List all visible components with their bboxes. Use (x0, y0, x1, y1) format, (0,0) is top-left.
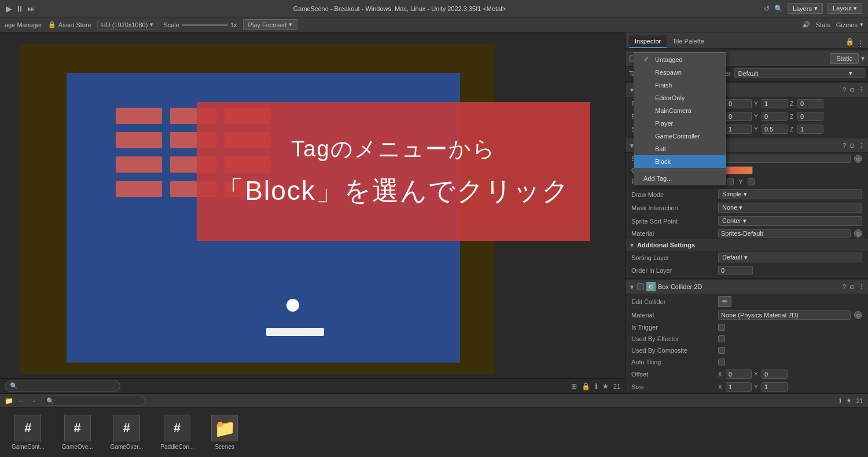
offset-y-field[interactable]: 0 (762, 370, 788, 379)
pause-button[interactable]: ⏸ (16, 4, 24, 13)
position-x-field[interactable]: 0 (726, 99, 752, 108)
tag-item-player[interactable]: Player (634, 117, 726, 130)
asset-scenes-label: Scenes (215, 444, 234, 450)
audio-icon[interactable]: 🔊 (802, 21, 810, 28)
layer-chevron-icon: ▾ (849, 70, 852, 77)
sprite-renderer-menu-icon[interactable]: ⋮ (858, 142, 865, 149)
gizmos-label: Gizmos (836, 21, 858, 28)
playback-controls[interactable]: ▶ ⏸ ⏭ (6, 4, 35, 13)
asset-scenes[interactable]: 📁 Scenes (211, 415, 238, 450)
asset-game-cont-label: GameCont... (12, 444, 45, 450)
box-collider-menu-icon[interactable]: ⋮ (858, 283, 865, 291)
play-button[interactable]: ▶ (6, 4, 12, 13)
gizmos-button[interactable]: Gizmos ▾ (836, 21, 863, 28)
additional-settings-header[interactable]: ▼ Additional Settings (626, 239, 868, 251)
tag-item-finish[interactable]: Finish (634, 79, 726, 92)
tag-dropdown-overlay: ✓ Untagged Respawn Finish EditorOnly Mai… (634, 52, 726, 185)
undo-button[interactable]: ↺ (764, 5, 770, 13)
sprite-sort-point-value: Center (722, 217, 741, 224)
used-by-composite-checkbox[interactable] (718, 347, 725, 354)
scale-x-field[interactable]: 1 (726, 125, 752, 134)
scale-y-field[interactable]: 0.5 (762, 125, 788, 134)
play-focused-btn[interactable]: Play Focused ▾ (243, 19, 298, 30)
tag-item-main-camera[interactable]: MainCamera (634, 104, 726, 117)
layers-label: Layers (793, 5, 812, 12)
position-y-field[interactable]: 1 (762, 99, 788, 108)
scale-label: Scale (163, 21, 179, 28)
box-collider-settings-icon[interactable]: ⊙ (849, 283, 855, 291)
tab-tile-palette[interactable]: Tile Palette (667, 35, 710, 48)
rotation-z-field[interactable]: 0 (797, 112, 823, 121)
material-sprite-select-btn[interactable]: ◎ (854, 229, 862, 237)
asset-store-tab[interactable]: 🔒 Asset Store (48, 21, 91, 28)
tag-item-editor-only[interactable]: EditorOnly (634, 92, 726, 104)
offset-label: Offset (631, 371, 718, 378)
box-collider-help-icon[interactable]: ? (843, 283, 846, 291)
draw-mode-dropdown[interactable]: Simple ▾ (718, 189, 862, 199)
page-manager-tab[interactable]: age Manager (5, 21, 42, 28)
tag-item-game-controller[interactable]: GameController (634, 130, 726, 142)
inspector-lock-icon[interactable]: 🔒 (843, 35, 856, 48)
layer-dropdown[interactable]: Default ▾ (734, 68, 865, 78)
bottom-forward-icon[interactable]: → (30, 397, 36, 405)
box-collider-checkbox[interactable] (637, 283, 644, 290)
block-1 (116, 108, 162, 124)
rotation-y-field[interactable]: 0 (762, 112, 788, 121)
used-by-effector-row: Used By Effector (626, 333, 868, 345)
search-bar[interactable]: 🔍 (5, 381, 120, 392)
resolution-chevron-icon: ▾ (150, 21, 153, 28)
transform-help-icon[interactable]: ? (843, 86, 846, 94)
offset-x-field[interactable]: 0 (726, 370, 752, 379)
transform-menu-icon[interactable]: ⋮ (858, 86, 865, 94)
used-by-effector-checkbox[interactable] (718, 335, 725, 342)
scale-slider[interactable] (182, 24, 228, 26)
size-y-field[interactable]: 1 (762, 382, 788, 392)
tag-label-editor-only: EditorOnly (655, 94, 685, 101)
sprite-renderer-help-icon[interactable]: ? (843, 142, 846, 149)
position-z-field[interactable]: 0 (797, 99, 823, 108)
asset-game-cont[interactable]: # GameCont... (12, 415, 45, 450)
bottom-back-icon[interactable]: ← (18, 397, 25, 405)
resolution-select[interactable]: HD (1920x1080) ▾ (97, 20, 158, 30)
tag-item-respawn[interactable]: Respawn (634, 66, 726, 79)
sorting-layer-dropdown[interactable]: Default ▾ (718, 253, 862, 262)
tab-inspector[interactable]: Inspector (629, 35, 667, 48)
edit-collider-button[interactable]: ✏ (718, 296, 731, 307)
tag-label-main-camera: MainCamera (655, 107, 692, 114)
sprite-renderer-settings-icon[interactable]: ⊙ (849, 142, 855, 149)
rotation-x-field[interactable]: 0 (726, 112, 752, 121)
order-in-layer-field[interactable]: 0 (718, 266, 753, 275)
tag-add-button[interactable]: Add Tag... (634, 172, 726, 185)
sprite-select-btn[interactable]: ◎ (854, 155, 862, 163)
asset-game-ove[interactable]: # GameOve... (62, 415, 93, 450)
tag-item-ball[interactable]: Ball (634, 142, 726, 155)
flip-y-checkbox[interactable] (748, 178, 755, 185)
stats-button[interactable]: Stats (816, 21, 830, 28)
resolution-label: HD (1920x1080) (101, 21, 148, 28)
auto-tiling-checkbox[interactable] (718, 359, 725, 365)
material-sprite-row: Material Sprites-Default ◎ (626, 228, 868, 239)
asset-game-over[interactable]: # GameOver... (111, 415, 144, 450)
step-button[interactable]: ⏭ (27, 4, 35, 13)
material-collider-select-btn[interactable]: ◎ (854, 311, 862, 319)
asset-paddle-con[interactable]: # PaddleCon... (160, 415, 194, 450)
is-trigger-checkbox[interactable] (718, 324, 725, 331)
mask-interaction-dropdown[interactable]: None ▾ (718, 203, 862, 213)
static-button[interactable]: Static (830, 53, 859, 64)
asset-search-input[interactable] (41, 396, 145, 406)
layers-button[interactable]: Layers ▾ (788, 3, 823, 14)
size-x-field[interactable]: 1 (726, 382, 752, 392)
inspector-menu-icon[interactable]: ⋮ (856, 39, 865, 48)
search-button[interactable]: 🔍 (774, 5, 783, 13)
bottom-count-label: 21 (856, 397, 863, 404)
window-title: GameScene - Breakout - Windows, Mac, Lin… (35, 5, 764, 12)
size-row: Size X 1 Y 1 (626, 381, 868, 393)
flip-x-checkbox[interactable] (727, 178, 734, 185)
tag-item-block[interactable]: Block (634, 155, 726, 168)
layout-button[interactable]: Layout ▾ (827, 3, 862, 14)
sprite-sort-point-dropdown[interactable]: Center ▾ (718, 216, 862, 226)
sorting-layer-label: Sorting Layer (631, 254, 718, 261)
tag-item-untagged[interactable]: ✓ Untagged (634, 53, 726, 66)
transform-settings-icon[interactable]: ⊙ (849, 86, 855, 94)
scale-z-field[interactable]: 1 (797, 125, 823, 134)
